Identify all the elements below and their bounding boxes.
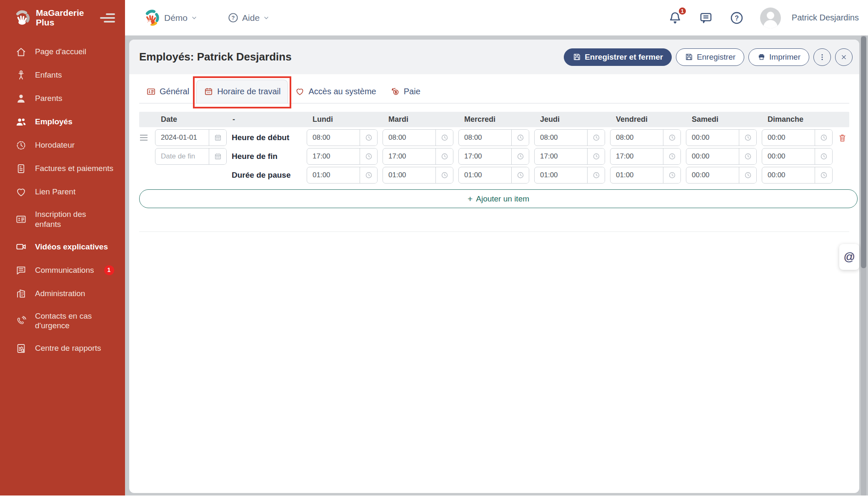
sidebar-item-contacts-en-cas-d-urgence[interactable]: Contacts en cas d'urgence bbox=[0, 305, 125, 337]
sidebar-item-enfants[interactable]: Enfants bbox=[0, 63, 125, 87]
time-picker-clock-icon[interactable] bbox=[435, 130, 453, 146]
scrollbar-thumb[interactable] bbox=[861, 36, 866, 268]
sidebar-collapse-icon[interactable] bbox=[98, 11, 118, 25]
email-at-widget[interactable]: @ bbox=[839, 244, 859, 270]
sidebar-item-inscription-des-enfants[interactable]: Inscription des enfants bbox=[0, 204, 125, 235]
schedule-row: Heure de fin bbox=[139, 148, 849, 165]
save-and-close-button[interactable]: Enregistrer et fermer bbox=[564, 48, 672, 66]
time-input-mardi[interactable] bbox=[383, 167, 435, 183]
sidebar-item-label: Administration bbox=[35, 289, 85, 299]
time-picker-clock-icon[interactable] bbox=[511, 167, 529, 183]
sidebar-item-centre-de-rapports[interactable]: Centre de rapports bbox=[0, 337, 125, 360]
invoice-icon bbox=[15, 163, 27, 174]
time-input-mardi[interactable] bbox=[383, 130, 435, 146]
time-picker-clock-icon[interactable] bbox=[360, 130, 377, 146]
sidebar-item-label: Parents bbox=[35, 93, 62, 103]
time-input-vendredi[interactable] bbox=[610, 167, 663, 183]
time-input-mercredi[interactable] bbox=[459, 130, 511, 146]
time-picker-clock-icon[interactable] bbox=[360, 167, 377, 183]
time-input-group bbox=[686, 167, 757, 184]
sidebar-item-communications[interactable]: Communications1 bbox=[0, 259, 125, 282]
org-switcher[interactable]: Démo bbox=[142, 8, 198, 28]
tab-label: Horaire de travail bbox=[217, 87, 280, 96]
sidebar-item-factures-et-paiements[interactable]: Factures et paiements bbox=[0, 157, 125, 180]
tab-g-n-ral[interactable]: Général bbox=[139, 80, 196, 103]
time-picker-clock-icon[interactable] bbox=[587, 130, 605, 146]
time-input-dimanche[interactable] bbox=[762, 148, 815, 164]
time-picker-clock-icon[interactable] bbox=[739, 130, 756, 146]
support-help-icon[interactable]: ? bbox=[729, 10, 744, 25]
start-date-input[interactable] bbox=[155, 130, 209, 146]
panel-actions: Enregistrer et fermer Enregistrer bbox=[564, 48, 853, 66]
page-title: Employés: Patrick Desjardins bbox=[139, 50, 292, 63]
time-input-samedi[interactable] bbox=[686, 130, 739, 146]
time-input-dimanche[interactable] bbox=[762, 130, 815, 146]
sidebar-item-page-d-accueil[interactable]: Page d'accueil bbox=[0, 40, 125, 63]
time-picker-clock-icon[interactable] bbox=[435, 167, 453, 183]
time-picker-clock-icon[interactable] bbox=[815, 148, 832, 164]
time-input-group bbox=[686, 148, 757, 165]
column-header-samedi: Samedi bbox=[686, 115, 757, 124]
time-input-jeudi[interactable] bbox=[535, 130, 587, 146]
time-picker-clock-icon[interactable] bbox=[663, 130, 680, 146]
sidebar-item-administration[interactable]: Administration bbox=[0, 282, 125, 305]
close-button[interactable] bbox=[835, 48, 853, 66]
time-input-mardi[interactable] bbox=[383, 148, 435, 164]
tab-paie[interactable]: Paie bbox=[383, 80, 428, 103]
time-input-vendredi[interactable] bbox=[610, 148, 663, 164]
time-picker-clock-icon[interactable] bbox=[587, 167, 605, 183]
user-avatar[interactable] bbox=[760, 8, 781, 28]
time-input-mercredi[interactable] bbox=[459, 148, 511, 164]
sidebar-item-vid-os-explicatives[interactable]: Vidéos explicatives bbox=[0, 235, 125, 259]
time-input-lundi[interactable] bbox=[307, 148, 360, 164]
time-picker-clock-icon[interactable] bbox=[360, 148, 377, 164]
time-input-dimanche[interactable] bbox=[762, 167, 815, 183]
time-picker-clock-icon[interactable] bbox=[663, 148, 680, 164]
time-picker-clock-icon[interactable] bbox=[663, 167, 680, 183]
print-button[interactable]: Imprimer bbox=[748, 48, 809, 66]
help-menu[interactable]: ? Aide bbox=[228, 12, 270, 23]
column-header-mercredi: Mercredi bbox=[458, 115, 529, 124]
more-options-kebab-button[interactable] bbox=[813, 48, 831, 66]
time-input-lundi[interactable] bbox=[307, 167, 360, 183]
time-input-lundi[interactable] bbox=[307, 130, 360, 146]
time-picker-clock-icon[interactable] bbox=[587, 148, 605, 164]
drag-handle[interactable] bbox=[139, 133, 150, 142]
time-input-group bbox=[383, 167, 453, 184]
calendar-picker-icon[interactable] bbox=[209, 148, 226, 164]
time-input-group bbox=[762, 129, 833, 146]
notification-badge: 1 bbox=[678, 7, 687, 15]
help-circle-icon: ? bbox=[228, 12, 239, 23]
time-input-samedi[interactable] bbox=[686, 167, 739, 183]
messages-icon[interactable] bbox=[698, 10, 713, 25]
time-picker-clock-icon[interactable] bbox=[435, 148, 453, 164]
end-date-input[interactable] bbox=[155, 148, 209, 164]
sidebar-item-parents[interactable]: Parents bbox=[0, 87, 125, 110]
time-input-mercredi[interactable] bbox=[459, 167, 511, 183]
time-picker-clock-icon[interactable] bbox=[815, 167, 832, 183]
report-icon bbox=[15, 342, 27, 354]
time-input-group bbox=[383, 148, 453, 165]
sidebar-item-employ-s[interactable]: Employés bbox=[0, 110, 125, 133]
time-input-jeudi[interactable] bbox=[535, 148, 587, 164]
sidebar-item-label: Horodateur bbox=[35, 140, 75, 150]
time-picker-clock-icon[interactable] bbox=[739, 148, 756, 164]
time-picker-clock-icon[interactable] bbox=[511, 148, 529, 164]
tab-horaire-de-travail[interactable]: Horaire de travail bbox=[196, 80, 288, 103]
time-picker-clock-icon[interactable] bbox=[815, 130, 832, 146]
time-input-vendredi[interactable] bbox=[610, 130, 663, 146]
time-picker-clock-icon[interactable] bbox=[511, 130, 529, 146]
notifications-bell-icon[interactable]: 1 bbox=[668, 10, 683, 25]
add-item-button[interactable]: + Ajouter un item bbox=[139, 189, 858, 208]
column-header-lundi: Lundi bbox=[307, 115, 378, 124]
time-input-samedi[interactable] bbox=[686, 148, 739, 164]
delete-row-trash-icon[interactable] bbox=[838, 133, 853, 143]
tab-acc-s-au-syst-me[interactable]: Accès au système bbox=[288, 80, 383, 103]
save-button[interactable]: Enregistrer bbox=[676, 48, 744, 66]
time-input-jeudi[interactable] bbox=[535, 167, 587, 183]
sidebar-item-horodateur[interactable]: Horodateur bbox=[0, 133, 125, 157]
sidebar-item-lien-parent[interactable]: Lien Parent bbox=[0, 180, 125, 204]
time-picker-clock-icon[interactable] bbox=[739, 167, 756, 183]
video-icon bbox=[15, 241, 27, 253]
calendar-picker-icon[interactable] bbox=[209, 130, 226, 146]
